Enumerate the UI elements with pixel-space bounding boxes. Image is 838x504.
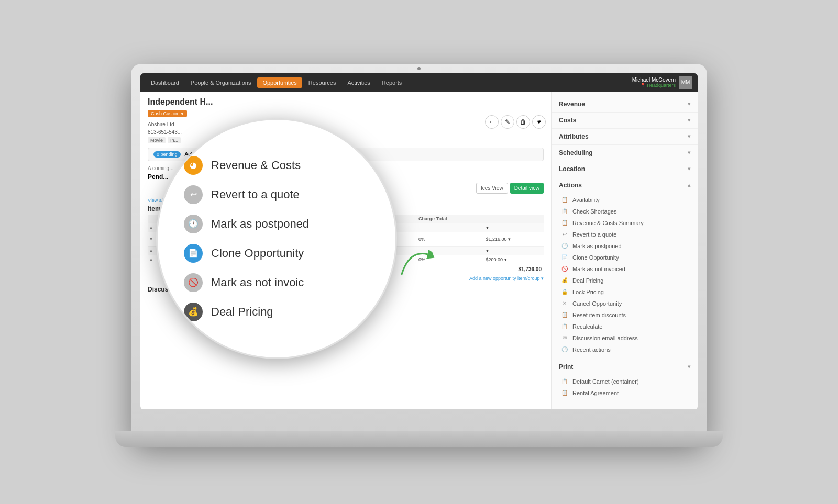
sidebar-location-header[interactable]: Location ▾ (552, 161, 698, 177)
rental-agreement-icon: 📋 (561, 389, 568, 397)
action-recent-actions[interactable]: 🕐 Recent actions (552, 344, 698, 355)
nav-activities[interactable]: Activities (342, 77, 375, 88)
action-revenue-costs-summary[interactable]: 📋 Revenue & Costs Summary (552, 217, 698, 229)
icon-btns-row: ← ✎ 🗑 ♥ (485, 115, 546, 129)
action-lock-pricing[interactable]: 🔒 Lock Pricing (552, 286, 698, 298)
magnifier-item-0: ◕ Revenue & Costs (184, 151, 369, 180)
clone-opportunity-icon: 📄 (184, 244, 203, 263)
edit-button[interactable]: ✎ (501, 115, 514, 129)
default-carnet-icon: 📋 (561, 378, 568, 385)
sidebar-actions-header[interactable]: Actions ▴ (552, 177, 698, 193)
main-content: Independent H... Cash Customer Abshire L… (140, 92, 698, 409)
mark-postponed-label: Mark as postponed (211, 217, 309, 231)
action-discussion-email[interactable]: ✉ Discussion email address (552, 332, 698, 344)
sidebar-section-print: Print ▾ 📋 Default Carnet (container) 📋 R… (552, 359, 698, 402)
col-total: Charge Total (416, 215, 483, 223)
recent-actions-icon: 🕐 (561, 346, 568, 353)
mark-postponed-icon: 🕐 (184, 215, 203, 233)
discussion-email-icon: ✉ (561, 334, 568, 342)
print-rental-agreement[interactable]: 📋 Rental Agreement (552, 387, 698, 399)
magnifier-item-5: 💰 Deal Pricing (184, 297, 369, 327)
customer-name: Abshire Ltd (148, 121, 544, 127)
sidebar-section-scheduling: Scheduling ▾ (552, 145, 698, 161)
chevron-down-icon: ▾ (688, 133, 690, 139)
magnifier-overlay: ◕ Revenue & Costs ↩ Revert to a quote 🕐 … (156, 118, 397, 359)
tag-movie: Movie (148, 137, 166, 143)
favorite-button[interactable]: ♥ (532, 115, 546, 129)
revert-quote-label: Revert to a quote (211, 188, 300, 201)
tag-in: In... (168, 137, 181, 143)
badge-row: Cash Customer (148, 110, 544, 117)
check-shortages-icon: 📋 (561, 208, 568, 215)
nav-opportunities[interactable]: Opportunities (257, 77, 302, 88)
clone-opportunity-icon: 📄 (561, 254, 568, 261)
nav-people[interactable]: People & Organizations (185, 77, 257, 88)
row-expand[interactable]: ▾ (484, 223, 544, 232)
row-expand[interactable]: ▾ (484, 246, 544, 255)
sidebar-revenue-header[interactable]: Revenue ▾ (552, 96, 698, 112)
cancel-opportunity-icon: ✕ (561, 300, 568, 307)
action-deal-pricing[interactable]: 💰 Deal Pricing (552, 275, 698, 286)
nav-dashboard[interactable]: Dashboard (146, 77, 184, 88)
sidebar-attributes-header[interactable]: Attributes ▾ (552, 129, 698, 144)
nav-links: Dashboard People & Organizations Opportu… (146, 77, 407, 88)
nav-reports[interactable]: Reports (377, 77, 407, 88)
deal-pricing-icon: 💰 (184, 303, 203, 321)
cash-customer-badge: Cash Customer (148, 110, 187, 117)
action-availability[interactable]: 📋 Availability (552, 194, 698, 206)
action-cancel-opportunity[interactable]: ✕ Cancel Opportunity (552, 298, 698, 309)
revenue-costs-summary-icon: 📋 (561, 219, 568, 227)
mark-not-invoiced-icon: 🚫 (561, 265, 568, 273)
action-revert-quote[interactable]: ↩ Revert to a quote (552, 229, 698, 240)
top-nav: Dashboard People & Organizations Opportu… (140, 73, 698, 92)
reset-discounts-icon: 📋 (561, 311, 568, 319)
user-location: 📍 Headquarters (632, 83, 676, 88)
nav-user: Michael McGovern 📍 Headquarters MM (632, 76, 692, 89)
clone-opportunity-label: Clone Opportunity (211, 247, 304, 260)
pending-badge: 0 pending (153, 151, 181, 158)
action-reset-discounts[interactable]: 📋 Reset item discounts (552, 309, 698, 321)
customer-phone: 813-651-543... (148, 129, 544, 135)
magnifier-item-1: ↩ Revert to a quote (184, 180, 369, 209)
recalculate-icon: 📋 (561, 323, 568, 330)
action-clone-opportunity[interactable]: 📄 Clone Opportunity (552, 252, 698, 263)
sidebar-section-attributes: Attributes ▾ (552, 129, 698, 145)
sidebar-scheduling-header[interactable]: Scheduling ▾ (552, 145, 698, 161)
sidebar-costs-header[interactable]: Costs ▾ (552, 113, 698, 128)
revert-quote-icon: ↩ (184, 185, 203, 204)
chevron-down-icon: ▾ (688, 364, 690, 369)
revenue-costs-label: Revenue & Costs (211, 159, 301, 172)
chevron-down-icon: ▾ (688, 117, 690, 123)
ices-view-button[interactable]: Ices View (476, 183, 508, 194)
laptop-screen: Dashboard People & Organizations Opportu… (140, 73, 698, 409)
action-mark-not-invoiced[interactable]: 🚫 Mark as not invoiced (552, 263, 698, 275)
detail-view-button[interactable]: Detail view (510, 183, 544, 194)
back-button[interactable]: ← (485, 115, 499, 129)
product-total: $1,216.00 ▾ (484, 232, 544, 246)
sidebar-section-actions: Actions ▴ 📋 Availability 📋 Check Shortag… (552, 177, 698, 359)
chevron-up-icon: ▴ (688, 182, 690, 188)
sidebar-section-costs: Costs ▾ (552, 113, 698, 129)
camera-dot (417, 67, 421, 70)
left-panel: Independent H... Cash Customer Abshire L… (140, 92, 551, 409)
mark-postponed-icon: 🕐 (561, 242, 568, 250)
lock-pricing-icon: 🔒 (561, 288, 568, 296)
magnifier-item-2: 🕐 Mark as postponed (184, 209, 369, 239)
deal-pricing-label: Deal Pricing (211, 305, 273, 319)
action-check-shortages[interactable]: 📋 Check Shortages (552, 206, 698, 217)
user-info: Michael McGovern 📍 Headquarters (632, 77, 676, 88)
col-action (484, 215, 544, 223)
print-default-carnet[interactable]: 📋 Default Carnet (container) (552, 376, 698, 387)
magnifier-item-4: 🚫 Mark as not invoic (184, 268, 369, 297)
action-mark-postponed[interactable]: 🕐 Mark as postponed (552, 240, 698, 252)
mark-not-invoiced-icon: 🚫 (184, 273, 203, 292)
sidebar-section-location: Location ▾ (552, 161, 698, 177)
right-panel: Revenue ▾ Costs ▾ Attributes ▾ (551, 92, 698, 409)
deal-pricing-icon: 💰 (561, 277, 568, 284)
action-recalculate[interactable]: 📋 Recalculate (552, 321, 698, 332)
revenue-costs-icon: ◕ (184, 156, 203, 175)
nav-resources[interactable]: Resources (303, 77, 341, 88)
actions-content: 📋 Availability 📋 Check Shortages 📋 Reven… (552, 193, 698, 359)
sidebar-print-header[interactable]: Print ▾ (552, 359, 698, 375)
delete-button[interactable]: 🗑 (516, 115, 530, 129)
